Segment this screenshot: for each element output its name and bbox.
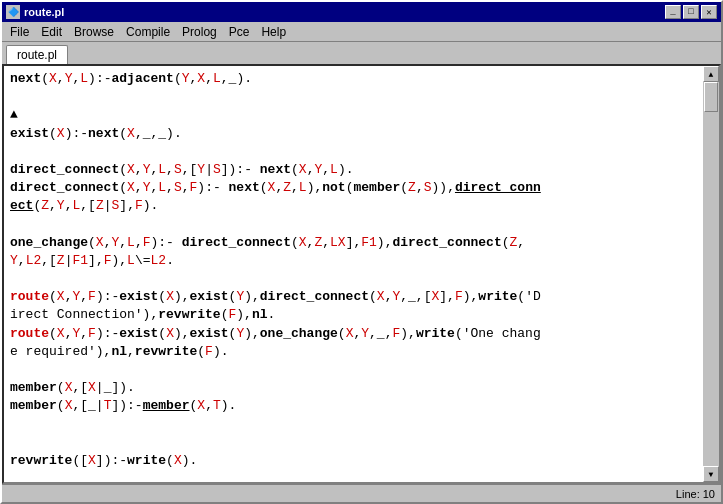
line-indicator: Line: 10 (676, 488, 715, 500)
scrollbar-vertical[interactable]: ▲ ▼ (703, 66, 719, 482)
minimize-button[interactable]: _ (665, 5, 681, 19)
menu-compile[interactable]: Compile (120, 23, 176, 41)
main-window: 🔷 route.pl _ □ ✕ File Edit Browse Compil… (0, 0, 723, 504)
title-buttons: _ □ ✕ (665, 5, 717, 19)
scroll-down-button[interactable]: ▼ (703, 466, 719, 482)
title-bar-left: 🔷 route.pl (6, 5, 64, 19)
menu-bar: File Edit Browse Compile Prolog Pce Help (2, 22, 721, 42)
code-editor[interactable]: next(X,Y,L):-adjacent(Y,X,L,_). ▲ exist(… (4, 66, 703, 482)
scroll-thumb[interactable] (704, 82, 718, 112)
menu-prolog[interactable]: Prolog (176, 23, 223, 41)
menu-help[interactable]: Help (255, 23, 292, 41)
menu-browse[interactable]: Browse (68, 23, 120, 41)
window-icon: 🔷 (6, 5, 20, 19)
menu-edit[interactable]: Edit (35, 23, 68, 41)
title-bar: 🔷 route.pl _ □ ✕ (2, 2, 721, 22)
close-button[interactable]: ✕ (701, 5, 717, 19)
tab-bar: route.pl (2, 42, 721, 64)
menu-pce[interactable]: Pce (223, 23, 256, 41)
status-bar: Line: 10 (2, 484, 721, 502)
tab-route-pl[interactable]: route.pl (6, 45, 68, 64)
editor-container: next(X,Y,L):-adjacent(Y,X,L,_). ▲ exist(… (2, 64, 721, 484)
scroll-track[interactable] (703, 82, 719, 466)
window-title: route.pl (24, 6, 64, 18)
menu-file[interactable]: File (4, 23, 35, 41)
maximize-button[interactable]: □ (683, 5, 699, 19)
scroll-up-button[interactable]: ▲ (703, 66, 719, 82)
